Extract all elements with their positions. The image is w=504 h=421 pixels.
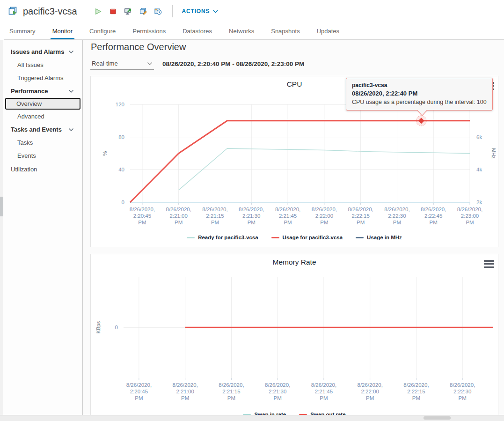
svg-text:2:21:00: 2:21:00: [170, 213, 188, 219]
sidebar-item-tasks[interactable]: Tasks: [5, 136, 80, 149]
actions-label: ACTIONS: [182, 8, 210, 15]
datapoint-tooltip: pacific3-vcsa 08/26/2020, 2:22:40 PM CPU…: [346, 78, 493, 111]
svg-text:PM: PM: [393, 220, 401, 225]
tab-permissions[interactable]: Permissions: [131, 22, 167, 39]
launch-console-icon[interactable]: [122, 5, 135, 18]
svg-text:PM: PM: [466, 220, 474, 225]
svg-text:PM: PM: [430, 220, 438, 225]
vm-powered-on-icon: [7, 6, 19, 17]
svg-text:PM: PM: [366, 395, 374, 401]
cpu-chart-legend: Ready for pacific3-vcsaUsage for pacific…: [91, 235, 498, 240]
legend-swatch: [187, 237, 195, 238]
sidebar-item-advanced[interactable]: Advanced: [5, 110, 80, 123]
svg-text:8/26/2020,: 8/26/2020,: [384, 207, 409, 212]
tab-datastores[interactable]: Datastores: [182, 22, 213, 39]
sidebar-group-performance[interactable]: Performance: [3, 85, 82, 97]
svg-text:PM: PM: [227, 395, 235, 401]
page-title: pacific3-vcsa: [23, 6, 77, 17]
actions-menu-button[interactable]: ACTIONS: [179, 6, 221, 16]
chevron-down-icon: [68, 128, 74, 132]
snapshot-icon[interactable]: [152, 5, 165, 18]
svg-text:8/26/2020,: 8/26/2020,: [312, 207, 337, 212]
tab-snapshots[interactable]: Snapshots: [270, 22, 300, 39]
svg-text:PM: PM: [284, 220, 292, 225]
legend-swatch: [271, 237, 279, 238]
tooltip-vm-name: pacific3-vcsa: [352, 81, 487, 89]
date-range-label: 08/26/2020, 2:20:40 PM - 08/26/2020, 2:2…: [162, 60, 304, 67]
legend-label: Ready for pacific3-vcsa: [198, 235, 258, 240]
main-content: Performance Overview Real-time 08/26/202…: [83, 40, 504, 415]
power-off-icon[interactable]: [107, 5, 120, 18]
legend-label: Usage in MHz: [367, 235, 402, 240]
edit-settings-icon[interactable]: [137, 5, 150, 18]
svg-text:120: 120: [116, 102, 124, 107]
sidebar-item-overview[interactable]: Overview: [5, 98, 80, 110]
svg-text:8/26/2020,: 8/26/2020,: [130, 207, 155, 212]
sidebar-group-label: Tasks and Events: [11, 126, 62, 133]
svg-text:2:20:45: 2:20:45: [133, 213, 151, 219]
svg-text:%: %: [102, 151, 108, 155]
svg-text:40: 40: [118, 167, 124, 172]
tab-updates[interactable]: Updates: [316, 22, 340, 39]
svg-text:2:21:15: 2:21:15: [206, 213, 224, 219]
sidebar-group-issues-and-alarms[interactable]: Issues and Alarms: [3, 45, 82, 58]
chevron-down-icon: [213, 10, 218, 13]
tab-configure[interactable]: Configure: [88, 22, 117, 39]
svg-text:80: 80: [118, 134, 124, 140]
tab-monitor[interactable]: Monitor: [51, 22, 73, 39]
legend-item-ready-for-pacific3-vcsa[interactable]: Ready for pacific3-vcsa: [187, 235, 258, 240]
sidebar-item-events[interactable]: Events: [5, 149, 80, 162]
cpu-chart-plot[interactable]: 8/26/2020,2:20:45PM8/26/2020,2:21:00PM8/…: [91, 92, 499, 229]
svg-text:2:22:15: 2:22:15: [351, 213, 369, 219]
header-divider-2: [172, 5, 173, 17]
power-on-icon[interactable]: [92, 5, 105, 18]
svg-text:KBps: KBps: [95, 321, 101, 333]
svg-text:8/26/2020,: 8/26/2020,: [202, 207, 227, 212]
svg-text:4k: 4k: [476, 167, 482, 172]
svg-text:2:22:45: 2:22:45: [424, 213, 442, 219]
vm-header: pacific3-vcsa ACTIONS: [4, 0, 504, 22]
svg-text:2:20:45: 2:20:45: [130, 389, 148, 394]
svg-text:2:21:45: 2:21:45: [279, 213, 297, 219]
sidebar-item-all-issues[interactable]: All Issues: [5, 59, 80, 71]
tab-summary[interactable]: Summary: [8, 22, 37, 39]
svg-text:2:22:30: 2:22:30: [453, 389, 471, 394]
sidebar-item-triggered-alarms[interactable]: Triggered Alarms: [5, 72, 80, 84]
svg-text:2:21:15: 2:21:15: [222, 389, 240, 394]
legend-item-usage-in-mhz[interactable]: Usage in MHz: [356, 235, 402, 240]
svg-text:2:21:45: 2:21:45: [315, 389, 333, 394]
tab-networks[interactable]: Networks: [228, 22, 255, 39]
memory-chart-card: Memory Rate 8/26/2020,2:20:45PM8/26/2020…: [90, 254, 498, 415]
svg-text:MHz: MHz: [491, 148, 497, 159]
header-divider: [84, 5, 84, 17]
svg-text:2:21:30: 2:21:30: [269, 389, 286, 394]
svg-text:8/26/2020,: 8/26/2020,: [239, 207, 264, 212]
svg-text:PM: PM: [274, 395, 282, 401]
time-range-value: Real-time: [92, 60, 118, 67]
svg-text:0: 0: [122, 199, 124, 205]
svg-text:8/26/2020,: 8/26/2020,: [311, 382, 336, 388]
svg-text:8/26/2020,: 8/26/2020,: [166, 207, 191, 212]
time-range-select[interactable]: Real-time: [90, 58, 154, 70]
horizontal-scrollbar: [0, 415, 504, 421]
memory-chart-plot[interactable]: 8/26/2020,2:20:45PM8/26/2020,2:21:00PM8/…: [91, 270, 499, 406]
svg-text:8/26/2020,: 8/26/2020,: [348, 207, 373, 212]
chevron-down-icon: [147, 62, 153, 66]
svg-text:6k: 6k: [476, 134, 482, 140]
svg-text:8/26/2020,: 8/26/2020,: [172, 382, 197, 388]
section-title: Performance Overview: [91, 42, 504, 53]
chevron-down-icon: [68, 89, 74, 93]
resizer-handle[interactable]: [0, 197, 3, 216]
svg-text:PM: PM: [320, 395, 328, 401]
svg-text:0: 0: [115, 325, 118, 330]
scrollbar-thumb[interactable]: [424, 416, 451, 420]
sidebar-group-label: Performance: [11, 88, 48, 95]
sidebar-group-tasks-and-events[interactable]: Tasks and Events: [3, 123, 82, 136]
svg-text:8/26/2020,: 8/26/2020,: [403, 382, 429, 388]
memory-chart-menu-icon[interactable]: [484, 260, 494, 268]
svg-text:8/26/2020,: 8/26/2020,: [265, 382, 290, 388]
sidebar-item-utilization[interactable]: Utilization: [3, 162, 82, 176]
legend-item-usage-for-pacific3-vcsa[interactable]: Usage for pacific3-vcsa: [271, 235, 343, 240]
svg-text:PM: PM: [135, 395, 143, 401]
svg-text:8/26/2020,: 8/26/2020,: [126, 382, 152, 388]
